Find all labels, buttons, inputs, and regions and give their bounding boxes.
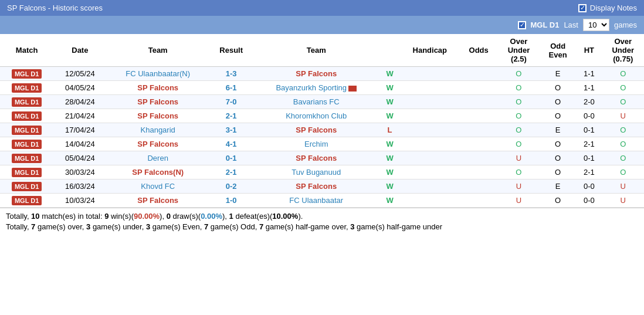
result-link[interactable]: 6-1 [226, 83, 237, 92]
match-badge[interactable]: MGL D1 [12, 182, 42, 191]
team2-cell: Bavarians FC [253, 95, 379, 109]
handicap-cell [400, 123, 460, 137]
ou25-cell: O [498, 95, 540, 109]
result-cell[interactable]: 0-2 [209, 179, 253, 194]
col-match: Match [0, 34, 53, 67]
footer: Totally, 10 match(es) in total: 9 win(s)… [0, 208, 644, 236]
oe-cell: O [540, 81, 576, 95]
ht-cell: 2-1 [576, 165, 602, 179]
footer-line1: Totally, 10 match(es) in total: 9 win(s)… [6, 212, 638, 221]
handicap-cell [400, 95, 460, 109]
match-cell: MGL D1 [0, 151, 53, 165]
team1-cell: FC Ulaanbaatar(N) [106, 67, 209, 81]
match-badge[interactable]: MGL D1 [12, 69, 42, 79]
ou25-cell: O [498, 165, 540, 179]
match-badge[interactable]: MGL D1 [12, 196, 42, 205]
ht-cell: 0-0 [576, 179, 602, 194]
result-link[interactable]: 4-1 [226, 140, 237, 148]
result-link[interactable]: 2-1 [226, 168, 237, 177]
match-badge[interactable]: MGL D1 [12, 97, 42, 107]
result-cell[interactable]: 2-1 [209, 165, 253, 179]
result-cell[interactable]: 1-3 [209, 67, 253, 81]
games-select[interactable]: 10 5 15 20 [583, 19, 609, 31]
oe-cell: O [540, 95, 576, 109]
last-label: Last [564, 21, 578, 29]
handicap-cell [400, 151, 460, 165]
handicap-cell [400, 67, 460, 81]
wl-cell: W [379, 95, 400, 109]
ht-cell: 2-1 [576, 137, 602, 151]
odds-cell [460, 123, 498, 137]
match-cell: MGL D1 [0, 67, 53, 81]
odds-cell [460, 151, 498, 165]
display-notes-checkbox[interactable] [578, 4, 587, 12]
result-cell[interactable]: 4-1 [209, 137, 253, 151]
handicap-cell [400, 165, 460, 179]
handicap-cell [400, 194, 460, 208]
handicap-cell [400, 109, 460, 123]
wl-cell: W [379, 179, 400, 194]
result-cell[interactable]: 7-0 [209, 95, 253, 109]
oe-cell: E [540, 123, 576, 137]
mgl-d1-checkbox[interactable] [518, 21, 526, 29]
result-link[interactable]: 2-1 [226, 111, 237, 120]
match-badge[interactable]: MGL D1 [12, 168, 42, 177]
ou075-cell: O [602, 151, 644, 165]
match-cell: MGL D1 [0, 137, 53, 151]
team2-cell: SP Falcons [253, 151, 379, 165]
wl-cell: L [379, 123, 400, 137]
match-badge[interactable]: MGL D1 [12, 126, 42, 135]
team1-cell: SP Falcons(N) [106, 165, 209, 179]
result-cell[interactable]: 3-1 [209, 123, 253, 137]
odds-cell [460, 67, 498, 81]
ou25-cell: O [498, 81, 540, 95]
table-row: MGL D104/05/24SP Falcons6-1Bayanzurkh Sp… [0, 81, 644, 95]
match-cell: MGL D1 [0, 165, 53, 179]
team1-cell: Khangarid [106, 123, 209, 137]
date-cell: 17/04/24 [53, 123, 106, 137]
match-badge[interactable]: MGL D1 [12, 140, 42, 149]
team1-cell: SP Falcons [106, 95, 209, 109]
wl-cell: W [379, 81, 400, 95]
col-handicap: Handicap [400, 34, 460, 67]
result-link[interactable]: 1-3 [226, 69, 237, 78]
col-date: Date [53, 34, 106, 67]
result-cell[interactable]: 1-0 [209, 194, 253, 208]
date-cell: 10/03/24 [53, 194, 106, 208]
games-label: games [614, 21, 637, 29]
wl-cell: W [379, 137, 400, 151]
result-link[interactable]: 3-1 [226, 126, 237, 134]
date-cell: 30/03/24 [53, 165, 106, 179]
match-badge[interactable]: MGL D1 [12, 154, 42, 163]
date-cell: 21/04/24 [53, 109, 106, 123]
result-cell[interactable]: 2-1 [209, 109, 253, 123]
oe-cell: O [540, 165, 576, 179]
ou25-cell: U [498, 194, 540, 208]
result-link[interactable]: 7-0 [226, 97, 237, 106]
result-cell[interactable]: 0-1 [209, 151, 253, 165]
result-cell[interactable]: 6-1 [209, 81, 253, 95]
wl-cell: W [379, 67, 400, 81]
ou075-cell: O [602, 81, 644, 95]
ou075-cell: O [602, 67, 644, 81]
table-row: MGL D128/04/24SP Falcons7-0Bavarians FCW… [0, 95, 644, 109]
odds-cell [460, 194, 498, 208]
ht-cell: 0-1 [576, 151, 602, 165]
result-link[interactable]: 0-2 [226, 182, 237, 191]
match-cell: MGL D1 [0, 81, 53, 95]
wl-cell: W [379, 165, 400, 179]
header-right: Display Notes [578, 4, 637, 12]
result-link[interactable]: 0-1 [226, 154, 237, 162]
ht-cell: 1-1 [576, 81, 602, 95]
date-cell: 16/03/24 [53, 179, 106, 194]
wl-cell: W [379, 109, 400, 123]
subheader: MGL D1 Last 10 5 15 20 games [0, 16, 644, 34]
odds-cell [460, 165, 498, 179]
match-badge[interactable]: MGL D1 [12, 111, 42, 121]
date-cell: 28/04/24 [53, 95, 106, 109]
result-link[interactable]: 1-0 [226, 196, 237, 205]
ou075-cell: O [602, 123, 644, 137]
match-badge[interactable]: MGL D1 [12, 83, 42, 93]
team2-cell: Khoromkhon Club [253, 109, 379, 123]
team2-cell: SP Falcons [253, 123, 379, 137]
